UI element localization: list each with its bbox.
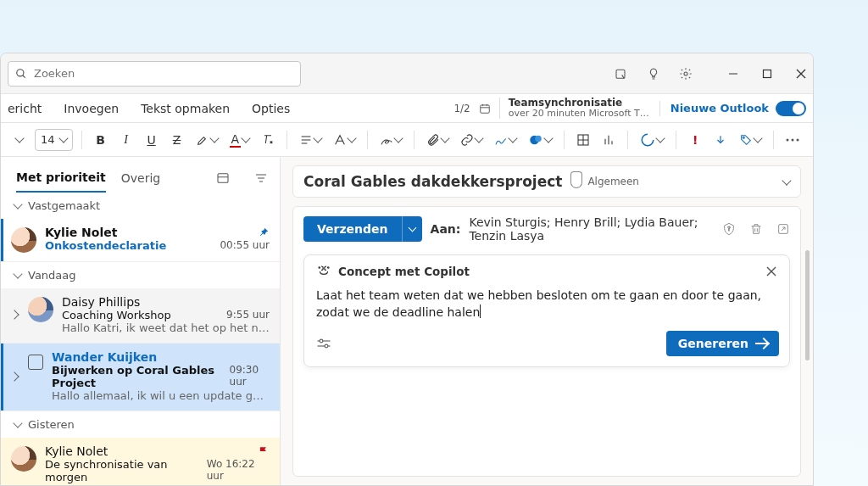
mail-time: 9:55 uur [226, 309, 270, 321]
avatar [28, 297, 53, 322]
signature-button[interactable] [491, 128, 520, 152]
encrypt-icon[interactable]: ? [722, 221, 736, 237]
underline-button[interactable]: U [142, 128, 162, 152]
mail-preview: Hallo Katri, ik weet dat het op het nipp… [62, 321, 270, 334]
mail-sender: Kylie Nolet [45, 444, 108, 458]
delete-draft-icon[interactable] [749, 221, 763, 237]
attach-button[interactable] [423, 128, 452, 152]
shield-icon [570, 175, 582, 188]
copilot-prompt-input[interactable]: Laat het team weten dat we hebben beslot… [304, 282, 789, 324]
font-color-button[interactable]: A [226, 128, 253, 152]
mail-sender: Daisy Phillips [62, 295, 140, 309]
toggle-switch[interactable] [776, 101, 806, 116]
copilot-icon [316, 264, 331, 279]
tab-message[interactable]: ericht [6, 97, 43, 120]
send-split-button: Verzenden [303, 216, 422, 242]
poll-button[interactable] [598, 128, 619, 152]
pin-icon [258, 226, 270, 238]
message-list-pane: Met prioriteit Overig Vastgemaakt Kylie … [1, 157, 281, 485]
font-size-dropdown[interactable]: 14 [35, 129, 73, 151]
minimize-button[interactable] [728, 69, 738, 79]
tab-format-text[interactable]: Tekst opmaken [139, 97, 231, 120]
tab-other[interactable]: Overig [121, 165, 160, 192]
italic-button[interactable]: I [116, 128, 136, 152]
send-button[interactable]: Verzenden [303, 216, 402, 242]
mail-subject: Coaching Workshop [62, 309, 171, 321]
mail-item[interactable]: Daisy Phillips Coaching Workshop9:55 uur… [1, 288, 280, 344]
copilot-title: Concept met Copilot [338, 265, 470, 278]
svg-point-42 [325, 344, 328, 348]
mail-item[interactable]: Kylie Nolet Onkostendeclaratie00:55 uur [1, 219, 280, 262]
draw-button[interactable] [376, 128, 405, 152]
expand-icon[interactable] [9, 310, 19, 319]
styles-button[interactable] [330, 128, 359, 152]
to-label: Aan: [431, 222, 461, 236]
mail-time: 00:55 uur [220, 239, 270, 252]
group-yesterday[interactable]: Gisteren [1, 411, 280, 438]
mail-subject: De synchronisatie van morgen [45, 458, 200, 483]
copilot-toolbar-button[interactable] [525, 128, 555, 152]
svg-point-40 [320, 339, 323, 343]
tag-button[interactable] [736, 128, 765, 152]
svg-rect-8 [480, 104, 489, 112]
content-area: Met prioriteit Overig Vastgemaakt Kylie … [1, 157, 813, 485]
mail-preview: Hallo allemaal, ik wil u een update geve… [52, 389, 270, 402]
paragraph-button[interactable] [296, 128, 325, 152]
tab-insert[interactable]: Invoegen [62, 97, 120, 120]
bold-button[interactable]: B [91, 128, 111, 152]
new-outlook-toggle[interactable]: Nieuwe Outlook [659, 101, 806, 116]
expand-icon[interactable] [9, 371, 19, 381]
generate-button[interactable]: Genereren [666, 331, 779, 356]
svg-rect-5 [764, 70, 771, 77]
more-button[interactable] [782, 128, 803, 152]
importance-low-button[interactable] [710, 128, 731, 152]
strikethrough-button[interactable]: Z [167, 128, 187, 152]
mail-subject: Onkostendeclaratie [45, 239, 166, 252]
mail-item[interactable]: Kylie Nolet De synchronisatie van morgen… [1, 438, 280, 485]
calendar-peek-icon[interactable] [615, 67, 628, 81]
to-recipients[interactable]: Kevin Sturgis; Henry Brill; Lydia Bauer;… [469, 215, 705, 243]
lightbulb-icon[interactable] [647, 67, 660, 81]
search-box[interactable] [8, 61, 301, 87]
svg-point-24 [743, 137, 744, 138]
mail-time: Wo 16:22 uur [207, 458, 270, 483]
mail-checkbox[interactable] [28, 355, 43, 370]
new-outlook-label: Nieuwe Outlook [670, 102, 769, 115]
list-tabs: Met prioriteit Overig [1, 157, 280, 193]
filter-icon[interactable] [254, 171, 268, 185]
close-button[interactable] [796, 69, 806, 79]
loop-button[interactable] [637, 128, 667, 152]
mail-item-selected[interactable]: Wander Kuijken Bijwerken op Coral Gables… [1, 344, 280, 411]
gear-icon[interactable] [679, 67, 693, 81]
ribbon-tabs-row: ericht Invoegen Tekst opmaken Opties 1/2… [1, 94, 813, 123]
sensitivity-tag[interactable]: Algemeen [570, 175, 639, 188]
close-icon[interactable] [765, 265, 777, 277]
clear-formatting-button[interactable] [258, 128, 278, 152]
meeting-subtitle: over 20 minuten Microsoft T… [509, 109, 649, 119]
group-today[interactable]: Vandaag [1, 262, 280, 288]
maximize-button[interactable] [762, 69, 772, 79]
importance-high-button[interactable]: ! [685, 128, 705, 152]
titlebar [1, 53, 813, 94]
search-input[interactable] [34, 67, 293, 80]
highlight-button[interactable] [192, 128, 221, 152]
scrollbar-thumb[interactable] [805, 250, 810, 360]
avatar [11, 227, 36, 253]
flag-icon [258, 445, 270, 457]
select-mode-icon[interactable] [215, 171, 231, 185]
compose-card: Verzenden Aan: Kevin Sturgis; Henry Bril… [292, 206, 801, 477]
adjust-icon[interactable] [316, 338, 331, 349]
upcoming-meeting[interactable]: Teamsynchronisatie over 20 minuten Micro… [499, 98, 649, 119]
font-family-dropdown[interactable] [9, 128, 30, 152]
popout-icon[interactable] [776, 222, 790, 236]
tab-focused[interactable]: Met prioriteit [16, 164, 106, 193]
titlebar-actions [615, 67, 806, 81]
table-button[interactable] [573, 128, 593, 152]
tab-options[interactable]: Opties [250, 97, 292, 120]
collapse-icon[interactable] [782, 176, 791, 185]
group-pinned[interactable]: Vastgemaakt [1, 193, 280, 219]
link-button[interactable] [457, 128, 486, 152]
reading-pane: Coral Gables dakdekkersproject Algemeen … [281, 157, 813, 485]
send-dropdown[interactable] [402, 216, 422, 242]
text-cursor [480, 304, 481, 318]
